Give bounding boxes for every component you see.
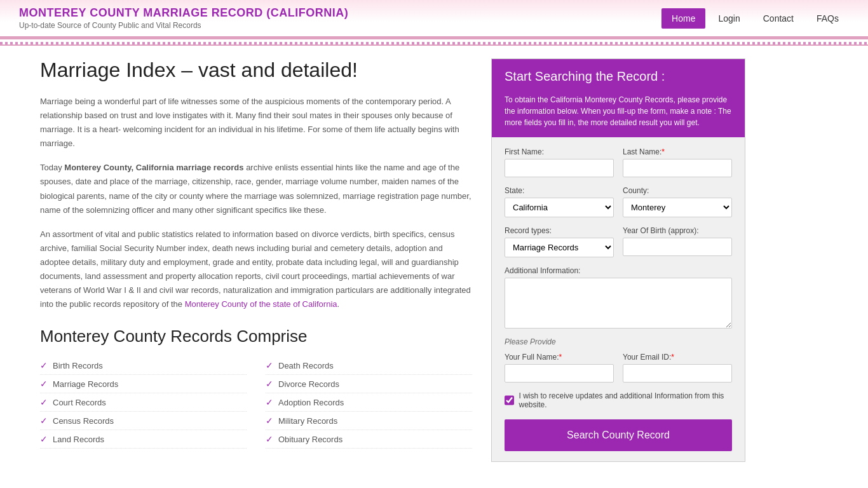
- paragraph-1: Marriage being a wonderful part of life …: [40, 95, 472, 151]
- first-name-group: First Name:: [505, 147, 614, 177]
- email-group: Your Email ID:*: [623, 353, 732, 383]
- state-group: State: California New York Texas Florida: [505, 186, 614, 217]
- state-label: State:: [505, 186, 614, 195]
- record-item-divorce: ✓ Divorce Records: [266, 375, 472, 393]
- fullname-email-row: Your Full Name:* Your Email ID:*: [505, 353, 732, 383]
- record-item-death: ✓ Death Records: [266, 356, 472, 375]
- county-select[interactable]: Monterey Los Angeles San Francisco San D…: [623, 198, 732, 217]
- nav-item-faqs[interactable]: FAQs: [806, 8, 849, 29]
- check-icon: ✓: [40, 379, 48, 389]
- search-form: First Name: Last Name:* State:: [492, 137, 745, 461]
- first-name-input[interactable]: [505, 159, 614, 177]
- check-icon: ✓: [266, 379, 273, 389]
- additional-info-row: Additional Information:: [505, 266, 732, 329]
- record-types-select[interactable]: Marriage Records Birth Records Death Rec…: [505, 238, 614, 257]
- check-icon: ✓: [266, 416, 273, 426]
- check-icon: ✓: [266, 434, 273, 444]
- check-icon: ✓: [266, 397, 273, 407]
- main-container: Marriage Index – vast and detailed! Marr…: [21, 58, 847, 462]
- state-select[interactable]: California New York Texas Florida: [505, 198, 614, 217]
- check-icon: ✓: [266, 360, 273, 370]
- updates-checkbox[interactable]: [505, 395, 514, 405]
- record-label: Marriage Records: [53, 379, 118, 389]
- header: MONTEREY COUNTY MARRIAGE RECORD (CALIFOR…: [0, 0, 868, 38]
- record-label: Census Records: [53, 416, 114, 426]
- record-label: Military Records: [278, 416, 337, 426]
- last-name-input[interactable]: [623, 159, 732, 177]
- check-icon: ✓: [40, 434, 48, 444]
- records-col2: ✓ Death Records ✓ Divorce Records ✓ Adop…: [266, 356, 472, 449]
- year-of-birth-group: Year Of Birth (approx):: [623, 226, 732, 257]
- additional-info-group: Additional Information:: [505, 266, 732, 329]
- dots-border: [0, 38, 868, 46]
- check-icon: ✓: [40, 397, 48, 407]
- email-label: Your Email ID:*: [623, 353, 732, 362]
- record-types-group: Record types: Marriage Records Birth Rec…: [505, 226, 614, 257]
- required-mark-email: *: [671, 353, 674, 362]
- right-panel: Start Searching the Record : To obtain t…: [491, 58, 745, 462]
- check-icon: ✓: [40, 416, 48, 426]
- full-name-input[interactable]: [505, 364, 614, 383]
- county-group: County: Monterey Los Angeles San Francis…: [623, 186, 732, 217]
- email-input[interactable]: [623, 364, 732, 383]
- nav-item-contact[interactable]: Contact: [753, 8, 804, 29]
- required-mark: *: [661, 147, 665, 156]
- site-title: MONTEREY COUNTY MARRIAGE RECORD (CALIFOR…: [19, 6, 348, 20]
- additional-info-label: Additional Information:: [505, 266, 732, 275]
- additional-info-textarea[interactable]: [505, 278, 732, 329]
- search-button[interactable]: Search County Record: [505, 419, 732, 451]
- main-heading: Marriage Index – vast and detailed!: [40, 58, 472, 82]
- record-item-military: ✓ Military Records: [266, 412, 472, 430]
- last-name-label: Last Name:*: [623, 147, 732, 156]
- record-item-obituary: ✓ Obituary Records: [266, 430, 472, 449]
- record-year-row: Record types: Marriage Records Birth Rec…: [505, 226, 732, 257]
- name-row: First Name: Last Name:*: [505, 147, 732, 177]
- checkbox-label[interactable]: I wish to receive updates and additional…: [519, 391, 733, 409]
- full-name-group: Your Full Name:*: [505, 353, 614, 383]
- check-icon: ✓: [40, 360, 48, 370]
- paragraph-2: Today Monterey County, California marria…: [40, 161, 472, 217]
- nav-item-login[interactable]: Login: [708, 8, 750, 29]
- record-item-census: ✓ Census Records: [40, 412, 247, 430]
- site-subtitle: Up-to-date Source of County Public and V…: [19, 21, 348, 30]
- year-of-birth-label: Year Of Birth (approx):: [623, 226, 732, 235]
- record-label: Obituary Records: [278, 435, 342, 444]
- county-label: County:: [623, 186, 732, 195]
- year-of-birth-input[interactable]: [623, 238, 732, 256]
- record-item-land: ✓ Land Records: [40, 430, 247, 449]
- records-heading: Monterey County Records Comprise: [40, 327, 472, 346]
- records-grid: ✓ Birth Records ✓ Marriage Records ✓ Cou…: [40, 356, 472, 449]
- header-nav: HomeLoginContactFAQs: [661, 8, 849, 29]
- record-label: Death Records: [278, 361, 334, 370]
- search-panel: Start Searching the Record : To obtain t…: [491, 58, 745, 462]
- first-name-label: First Name:: [505, 147, 614, 156]
- monterey-county-link[interactable]: Monterey County of the state of Californ…: [185, 299, 337, 309]
- record-item-marriage: ✓ Marriage Records: [40, 375, 247, 393]
- search-panel-header: Start Searching the Record :: [492, 59, 745, 94]
- nav-item-home[interactable]: Home: [661, 8, 705, 29]
- please-provide: Please Provide: [505, 337, 732, 346]
- required-mark-fullname: *: [559, 353, 562, 362]
- record-label: Divorce Records: [278, 379, 339, 389]
- state-county-row: State: California New York Texas Florida…: [505, 186, 732, 217]
- checkbox-row: I wish to receive updates and additional…: [505, 391, 732, 409]
- full-name-label: Your Full Name:*: [505, 353, 614, 362]
- paragraph-3: An assortment of vital and public statis…: [40, 227, 472, 312]
- record-label: Birth Records: [53, 361, 103, 370]
- record-label: Adoption Records: [278, 398, 344, 407]
- last-name-group: Last Name:*: [623, 147, 732, 177]
- record-label: Land Records: [53, 435, 104, 444]
- record-item-court: ✓ Court Records: [40, 393, 247, 412]
- left-content: Marriage Index – vast and detailed! Marr…: [40, 58, 472, 462]
- record-label: Court Records: [53, 398, 106, 407]
- search-panel-desc: To obtain the California Monterey County…: [492, 94, 745, 137]
- record-item-birth: ✓ Birth Records: [40, 356, 247, 375]
- header-left: MONTEREY COUNTY MARRIAGE RECORD (CALIFOR…: [19, 6, 348, 30]
- record-types-label: Record types:: [505, 226, 614, 235]
- records-col1: ✓ Birth Records ✓ Marriage Records ✓ Cou…: [40, 356, 247, 449]
- record-item-adoption: ✓ Adoption Records: [266, 393, 472, 412]
